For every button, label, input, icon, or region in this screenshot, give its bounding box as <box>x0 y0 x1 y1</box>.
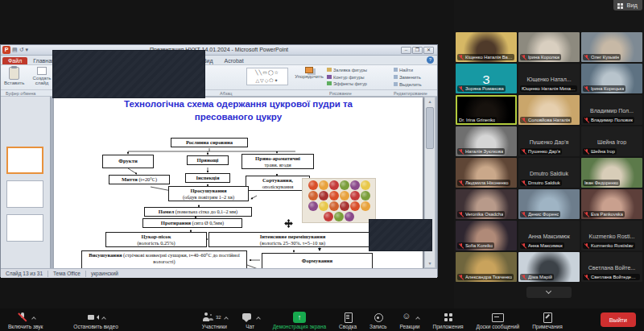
view-button[interactable]: Вид <box>613 0 642 10</box>
scroll-up-icon[interactable]: ▴ <box>425 97 435 106</box>
participant-name-tag: Eva Pankovska <box>583 211 625 217</box>
slide-thumbnail[interactable] <box>6 147 43 174</box>
participant-tile[interactable]: Людмила Ніконенко <box>456 158 517 188</box>
paste-button[interactable]: Вставить <box>4 67 24 85</box>
participant-tile[interactable]: Ірина Корецька <box>581 64 642 93</box>
toolbar-item-label: Запись <box>369 324 386 329</box>
chevron-up-icon[interactable] <box>256 317 261 321</box>
restore-button[interactable]: ❐ <box>412 47 423 54</box>
participant-tile[interactable]: Eva Pankovska <box>581 189 642 219</box>
arrange-icon <box>305 67 313 73</box>
find-icon <box>394 68 398 72</box>
participant-name: Dr. Irina Grinenko <box>459 118 495 122</box>
help-icon[interactable]: ? <box>427 56 434 64</box>
participant-tile[interactable]: ЗЗоряна Романова <box>456 64 517 93</box>
participant-tile[interactable]: Dr. Irina Grinenko <box>456 95 517 125</box>
toolbar-item-label: Остановить видео <box>73 324 118 329</box>
participant-tile[interactable]: Александра Ткаченко <box>456 252 517 282</box>
muted-mic-icon <box>522 243 526 249</box>
tab-file[interactable]: Файл <box>2 57 27 64</box>
mic-muted-button[interactable]: Включить звук <box>3 310 47 331</box>
participant-name-tag: Іван Федоренко <box>583 180 620 186</box>
participant-center-name: Ющенко Натал... <box>520 76 578 81</box>
slide-canvas[interactable]: Технологічна схема одержання цукрової пу… <box>54 97 423 275</box>
participant-name-tag: Veronika Osadcha <box>457 211 505 217</box>
participant-name-tag: Анна Максимюк <box>520 242 564 249</box>
participant-tile[interactable]: Ірина Королюк <box>518 32 580 62</box>
participant-name: Eva Pankovska <box>591 212 623 217</box>
leave-button[interactable]: Выйти <box>601 312 636 327</box>
muted-mic-icon <box>459 86 464 92</box>
notes-button[interactable]: Примечания <box>527 310 568 331</box>
camera-button[interactable]: Остановить видео <box>68 310 122 331</box>
participant-tile[interactable]: Іван Федоренко <box>581 158 642 188</box>
participant-tile[interactable]: Kuzmenko Rosti...Kuzmenko Rostislav <box>581 221 642 250</box>
participant-tile[interactable]: Анна МаксимюкАнна Максимюк <box>518 221 580 250</box>
flowchart-node: Просушування(обдув повітрям 1–2 хв) <box>168 186 249 201</box>
muted-mic-icon <box>584 149 589 155</box>
slide-thumbnails-panel[interactable] <box>1 97 51 268</box>
new-slide-button[interactable]: Создать слайд <box>30 67 54 85</box>
minimize-button[interactable]: – <box>401 47 411 54</box>
scrollbar-thumb[interactable] <box>426 107 434 149</box>
whiteboard-button[interactable]: Доски сообщений <box>472 310 525 331</box>
participant-tile[interactable]: Шейна ІгорШейна Ігор <box>581 126 642 156</box>
apps-button[interactable]: Приложения <box>428 310 469 331</box>
chevron-up-icon[interactable] <box>224 317 229 321</box>
scroll-down-icon[interactable]: ▾ <box>425 259 435 267</box>
shape-fill-icon <box>327 68 332 72</box>
slide-title-line1: Технологічна схема одержання цукрової пу… <box>65 99 411 109</box>
participant-name-tag: Людмила Ніконенко <box>457 180 510 186</box>
participant-name: Александра Ткаченко <box>465 275 512 279</box>
participant-tile[interactable]: Пушенко Дар'яПушенко Дар'я <box>518 126 580 156</box>
chevron-up-icon[interactable] <box>31 317 36 321</box>
participant-center-name: Шейна Ігор <box>583 139 641 144</box>
replace-icon <box>394 75 398 79</box>
participant-tile[interactable]: Кіщенко Наталія Вал... <box>456 32 517 62</box>
slide-thumbnail[interactable] <box>6 214 43 242</box>
chevron-up-icon[interactable] <box>101 317 106 321</box>
participant-name: Денис Форенс <box>528 212 559 217</box>
chat-button[interactable]: Чат <box>236 310 265 331</box>
participant-name: Людмила Ніконенко <box>465 180 509 185</box>
arrange-button[interactable]: Упорядочить <box>292 67 326 79</box>
participant-tile[interactable]: Светлана Войте...Светлана Войтеденко <box>581 252 642 282</box>
shape-style-buttons[interactable]: Заливка фигуры Контур фигуры Эффекты фиг… <box>327 67 367 88</box>
muted-mic-icon <box>584 275 589 280</box>
slide-thumbnail[interactable] <box>6 180 43 208</box>
gallery-scroll-down-button[interactable] <box>526 287 572 298</box>
tab-acrobat[interactable]: Acrobat <box>219 57 250 64</box>
muted-mic-icon <box>522 149 526 155</box>
participants-button[interactable]: 32Участники <box>196 310 233 331</box>
participant-center-name: Kuzmenko Rosti... <box>583 233 641 238</box>
participant-tile[interactable]: Dmutro SaldiukDmutro Saldiuk <box>518 158 580 188</box>
muted-mic-icon <box>522 180 526 186</box>
summary-button[interactable]: Сводка <box>334 310 361 331</box>
flowchart-node: Інспекція <box>185 173 230 183</box>
participant-tile[interactable]: Діма Марій <box>518 252 580 282</box>
participant-tile[interactable]: Владимир Пол...Владимир Половик <box>581 95 642 125</box>
chevron-up-icon[interactable] <box>415 317 420 321</box>
toolbar-item-label: Реакции <box>399 324 419 329</box>
screen-share-icon <box>293 312 306 323</box>
participant-name-tag: Светлана Войтеденко <box>583 274 640 280</box>
participant-tile[interactable]: Sofia Koreiko <box>456 221 517 250</box>
screen-share-button[interactable]: Демонстрация экрана <box>268 310 331 331</box>
participant-tile[interactable]: Денис Форенс <box>518 189 580 219</box>
participants-count-badge: 32 <box>216 315 221 320</box>
whiteboard-icon <box>491 312 504 323</box>
participant-name-tag: Зоряна Романова <box>457 85 506 92</box>
participant-tile[interactable]: Veronika Osadcha <box>456 189 517 219</box>
participant-tile[interactable]: Олег Кузьмін <box>581 32 642 62</box>
participant-tile[interactable]: Соловйова Наталія <box>518 95 580 125</box>
participant-tile[interactable]: Ющенко Натал...Ющенко Наталія Михайл. <box>518 64 580 93</box>
shapes-gallery[interactable]: ╲╲▭◯☆ △▽◇⬠✦ <box>246 68 288 85</box>
editing-buttons[interactable]: Найти Заменить Выделить <box>394 67 422 89</box>
participant-tile[interactable]: Наталія Зуєлкова <box>456 126 517 156</box>
record-button[interactable]: Запись <box>365 310 391 331</box>
muted-mic-icon <box>584 118 589 123</box>
participant-name-tag: Александра Ткаченко <box>457 274 514 280</box>
close-button[interactable]: ✕ <box>423 47 434 54</box>
reactions-button[interactable]: Реакции <box>394 310 424 331</box>
participant-initial: З <box>456 72 517 85</box>
